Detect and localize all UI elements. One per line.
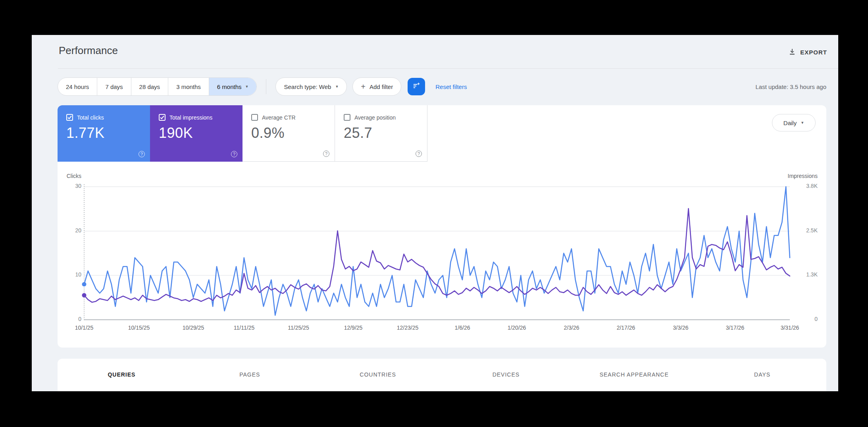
x-axis-tick: 10/1/25 [60,325,108,331]
left-axis-tick: 10 [58,271,81,278]
range-label: 24 hours [66,83,89,90]
right-axis-title: Impressions [770,173,818,179]
tab-queries[interactable]: QUERIES [58,371,186,378]
help-icon[interactable]: ? [231,151,237,157]
x-axis-tick: 1/6/26 [439,325,486,331]
metric-tile-header: Total clicks [66,114,150,121]
range-7-days[interactable]: 7 days [97,78,131,95]
help-icon[interactable]: ? [323,151,329,157]
metric-label: Average CTR [262,114,296,121]
clicks-line [84,187,790,315]
range-3-months[interactable]: 3 months [168,78,209,95]
metric-tile-header: Average position [344,114,427,121]
metric-label: Total clicks [77,114,104,121]
chart-plot-area[interactable] [84,187,790,320]
last-update-text: Last update: 3.5 hours ago [756,83,826,90]
x-axis-tick: 2/17/26 [602,325,650,331]
granularity-dropdown[interactable]: Daily ▼ [772,114,816,131]
metric-tile-average-ctr[interactable]: Average CTR0.9%? [243,105,335,162]
tab-devices[interactable]: DEVICES [442,371,570,378]
metric-tile-total-clicks[interactable]: Total clicks1.77K? [58,105,150,162]
right-axis-tick: 2.5K [794,227,818,234]
x-axis-tick: 3/3/26 [657,325,704,331]
help-icon[interactable]: ? [416,151,422,157]
metric-label: Total impressions [169,114,212,121]
download-icon [788,48,796,57]
chevron-down-icon: ▼ [245,85,249,89]
right-axis-tick: 0 [794,316,818,322]
filter-bar: 24 hours7 days28 days3 months6 months▼ S… [58,77,826,96]
app-window: Performance EXPORT 24 hours7 days28 days… [32,35,838,391]
metric-tile-header: Average CTR [251,114,335,121]
filter-settings-button[interactable] [408,78,425,95]
x-axis-tick: 3/17/26 [711,325,759,331]
metric-value: 1.77K [66,125,150,141]
page-title: Performance [59,44,118,57]
tab-pages[interactable]: PAGES [186,371,314,378]
x-axis-tick: 12/9/25 [329,325,377,331]
checkbox-total-clicks[interactable] [66,114,73,121]
header-divider [58,68,838,69]
x-axis-tick: 1/20/26 [493,325,541,331]
left-axis-tick: 0 [58,316,81,322]
metric-tile-total-impressions[interactable]: Total impressions190K? [150,105,243,162]
add-filter-button[interactable]: + Add filter [352,77,401,96]
tab-countries[interactable]: COUNTRIES [314,371,442,378]
x-axis-tick: 10/29/25 [169,325,217,331]
filter-separator [266,79,266,94]
range-label: 28 days [139,83,160,90]
plus-icon: + [361,83,366,91]
tab-search-appearance[interactable]: SEARCH APPEARANCE [570,371,698,378]
reset-filters-link[interactable]: Reset filters [435,83,467,90]
dimension-tabs: QUERIESPAGESCOUNTRIESDEVICESSEARCH APPEA… [58,359,826,378]
performance-chart[interactable] [84,187,790,320]
range-label: 7 days [105,83,123,90]
right-axis-tick: 1.3K [794,271,818,278]
metric-tile-header: Total impressions [159,114,243,121]
range-label: 3 months [176,83,201,90]
help-icon[interactable]: ? [139,151,145,157]
checkbox-total-impressions[interactable] [159,114,166,121]
performance-chart-card: Total clicks1.77K?Total impressions190K?… [58,105,826,348]
search-type-label: Search type: Web [284,83,331,90]
metric-tiles: Total clicks1.77K?Total impressions190K?… [58,105,427,162]
date-range-group: 24 hours7 days28 days3 months6 months▼ [58,77,257,96]
x-axis-tick: 12/23/25 [384,325,431,331]
clicks-start-dot [82,282,87,286]
left-axis-tick: 20 [58,227,81,234]
range-28-days[interactable]: 28 days [131,78,168,95]
range-6-months[interactable]: 6 months▼ [209,78,257,95]
dimension-tabs-card: QUERIESPAGESCOUNTRIESDEVICESSEARCH APPEA… [58,359,826,391]
metric-value: 0.9% [251,125,335,141]
right-axis-tick: 3.8K [794,183,818,189]
granularity-label: Daily [783,120,797,126]
checkbox-average-position[interactable] [344,114,350,121]
range-label: 6 months [217,83,242,90]
export-button[interactable]: EXPORT [788,48,827,57]
left-axis-tick: 30 [58,183,81,189]
filter-sparkle-icon [412,81,421,92]
add-filter-label: Add filter [370,83,393,90]
search-type-filter[interactable]: Search type: Web ▼ [275,77,347,96]
tab-days[interactable]: DAYS [698,371,826,378]
chevron-down-icon: ▼ [335,85,339,89]
chevron-down-icon: ▼ [801,121,804,125]
range-24-hours[interactable]: 24 hours [58,78,97,95]
metric-label: Average position [354,114,396,121]
checkbox-average-ctr[interactable] [251,114,258,121]
metric-value: 25.7 [344,125,427,141]
impressions-start-dot [82,293,87,298]
x-axis-tick: 2/3/26 [548,325,595,331]
metric-value: 190K [159,125,243,141]
x-axis-tick: 11/25/25 [275,325,322,331]
metric-tile-average-position[interactable]: Average position25.7? [335,105,427,162]
x-axis-tick: 10/15/25 [115,325,163,331]
x-axis-tick: 11/11/25 [220,325,268,331]
x-axis-tick: 3/31/26 [766,325,814,331]
export-label: EXPORT [800,49,827,56]
left-axis-title: Clicks [58,173,81,179]
